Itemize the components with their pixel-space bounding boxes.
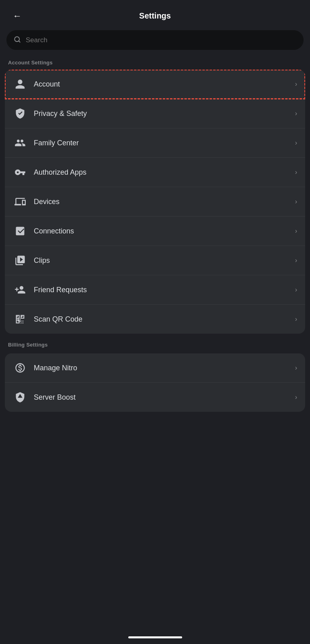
page-title: Settings xyxy=(139,11,171,21)
connections-label: Connections xyxy=(34,227,292,235)
family-center-label: Family Center xyxy=(34,139,292,147)
svg-line-1 xyxy=(18,41,20,42)
header: ← Settings xyxy=(0,0,310,30)
friend-requests-icon xyxy=(13,283,27,297)
account-chevron: › xyxy=(295,80,297,88)
devices-label: Devices xyxy=(34,198,292,206)
search-input[interactable] xyxy=(26,36,296,44)
sidebar-item-clips[interactable]: Clips › xyxy=(5,246,305,275)
search-icon xyxy=(14,36,21,44)
account-icon xyxy=(13,77,27,91)
account-label: Account xyxy=(34,80,292,89)
friend-requests-label: Friend Requests xyxy=(34,286,292,294)
clips-chevron: › xyxy=(295,257,297,264)
manage-nitro-chevron: › xyxy=(295,364,297,372)
server-boost-chevron: › xyxy=(295,394,297,401)
sidebar-item-authorized-apps[interactable]: Authorized Apps › xyxy=(5,158,305,187)
authorized-apps-chevron: › xyxy=(295,169,297,176)
sidebar-item-server-boost[interactable]: Server Boost › xyxy=(5,383,305,412)
search-container xyxy=(0,30,310,60)
sidebar-item-connections[interactable]: Connections › xyxy=(5,217,305,246)
devices-chevron: › xyxy=(295,198,297,205)
connections-icon xyxy=(13,224,27,238)
scan-qr-code-label: Scan QR Code xyxy=(34,315,292,324)
billing-settings-group: Manage Nitro › Server Boost › xyxy=(5,353,305,412)
back-button[interactable]: ← xyxy=(10,8,25,25)
sidebar-item-family-center[interactable]: Family Center › xyxy=(5,128,305,158)
manage-nitro-icon xyxy=(13,361,27,375)
account-settings-label: Account Settings xyxy=(0,60,310,70)
privacy-safety-icon xyxy=(13,106,27,121)
privacy-safety-chevron: › xyxy=(295,110,297,117)
sidebar-item-friend-requests[interactable]: Friend Requests › xyxy=(5,275,305,305)
sidebar-item-manage-nitro[interactable]: Manage Nitro › xyxy=(5,353,305,383)
clips-label: Clips xyxy=(34,256,292,265)
billing-settings-label: Billing Settings xyxy=(0,342,310,352)
scan-qr-code-icon xyxy=(13,312,27,326)
account-settings-group: Account › Privacy & Safety › Family Cent… xyxy=(5,70,305,334)
connections-chevron: › xyxy=(295,227,297,235)
friend-requests-chevron: › xyxy=(295,286,297,293)
sidebar-item-scan-qr-code[interactable]: Scan QR Code › xyxy=(5,305,305,334)
scan-qr-code-chevron: › xyxy=(295,316,297,323)
manage-nitro-label: Manage Nitro xyxy=(34,364,292,372)
sidebar-item-privacy-safety[interactable]: Privacy & Safety › xyxy=(5,99,305,128)
home-indicator xyxy=(128,636,182,638)
server-boost-label: Server Boost xyxy=(34,393,292,402)
authorized-apps-icon xyxy=(13,165,27,180)
server-boost-icon xyxy=(13,390,27,405)
authorized-apps-label: Authorized Apps xyxy=(34,168,292,177)
sidebar-item-devices[interactable]: Devices › xyxy=(5,187,305,217)
search-box[interactable] xyxy=(6,30,304,50)
privacy-safety-label: Privacy & Safety xyxy=(34,109,292,118)
family-center-icon xyxy=(13,136,27,150)
sidebar-item-account[interactable]: Account › xyxy=(5,70,305,99)
clips-icon xyxy=(13,253,27,268)
family-center-chevron: › xyxy=(295,139,297,147)
devices-icon xyxy=(13,194,27,209)
